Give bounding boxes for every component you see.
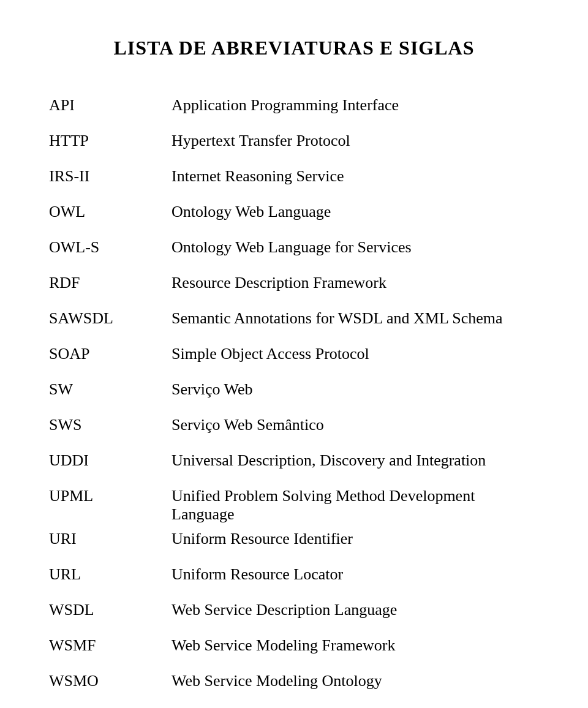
abbreviation-definition: Ontology Web Language [172,203,539,221]
abbreviation-row: HTTPHypertext Transfer Protocol [49,132,539,161]
abbreviation-row: IRS-IIInternet Reasoning Service [49,167,539,197]
abbreviation-term: WSMF [49,636,172,655]
abbreviation-term: SW [49,380,172,399]
abbreviation-row: URIUniform Resource Identifier [49,530,539,559]
abbreviation-term: API [49,96,172,115]
abbreviation-term: OWL [49,203,172,221]
abbreviation-row: SWSServiço Web Semântico [49,416,539,445]
abbreviation-row: UPMLUnified Problem Solving Method Devel… [49,487,539,524]
abbreviation-definition: Internet Reasoning Service [172,167,539,186]
abbreviation-term: WSDL [49,601,172,619]
abbreviation-row: SOAPSimple Object Access Protocol [49,345,539,374]
abbreviation-definition: Ontology Web Language for Services [172,238,539,257]
abbreviation-row: APIApplication Programming Interface [49,96,539,126]
abbreviation-definition: Uniform Resource Identifier [172,530,539,548]
abbreviation-definition: Hypertext Transfer Protocol [172,132,539,150]
abbreviation-row: WSDLWeb Service Description Language [49,601,539,630]
abbreviation-term: UPML [49,487,172,505]
abbreviation-term: SOAP [49,345,172,363]
abbreviation-definition: Serviço Web [172,380,539,399]
abbreviation-row: SWServiço Web [49,380,539,410]
abbreviation-list: APIApplication Programming InterfaceHTTP… [49,96,539,708]
abbreviation-row: URLUniform Resource Locator [49,565,539,595]
abbreviation-term: SWS [49,416,172,434]
abbreviation-definition: Web Service Modeling Ontology [172,672,539,690]
abbreviation-row: OWL-SOntology Web Language for Services [49,238,539,268]
abbreviation-row: UDDIUniversal Description, Discovery and… [49,451,539,481]
abbreviation-term: WSMO [49,672,172,690]
abbreviation-definition: Simple Object Access Protocol [172,345,539,363]
page-title: LISTA DE ABREVIATURAS E SIGLAS [49,37,539,59]
abbreviation-definition: Serviço Web Semântico [172,416,539,434]
abbreviation-definition: Uniform Resource Locator [172,565,539,584]
abbreviation-row: SAWSDLSemantic Annotations for WSDL and … [49,309,539,339]
abbreviation-term: SAWSDL [49,309,172,328]
abbreviation-definition: Universal Description, Discovery and Int… [172,451,539,470]
abbreviation-term: IRS-II [49,167,172,186]
abbreviation-row: OWLOntology Web Language [49,203,539,232]
abbreviation-definition: Unified Problem Solving Method Developme… [172,487,539,524]
abbreviation-term: OWL-S [49,238,172,257]
abbreviation-term: URL [49,565,172,584]
abbreviation-term: RDF [49,274,172,292]
abbreviation-row: WSMFWeb Service Modeling Framework [49,636,539,666]
abbreviation-row: WSMOWeb Service Modeling Ontology [49,672,539,701]
abbreviation-term: UDDI [49,451,172,470]
abbreviation-definition: Web Service Modeling Framework [172,636,539,655]
abbreviation-definition: Resource Description Framework [172,274,539,292]
abbreviation-row: RDFResource Description Framework [49,274,539,303]
abbreviation-term: HTTP [49,132,172,150]
abbreviation-definition: Application Programming Interface [172,96,539,115]
abbreviation-term: URI [49,530,172,548]
abbreviation-definition: Semantic Annotations for WSDL and XML Sc… [172,309,539,328]
abbreviation-definition: Web Service Description Language [172,601,539,619]
